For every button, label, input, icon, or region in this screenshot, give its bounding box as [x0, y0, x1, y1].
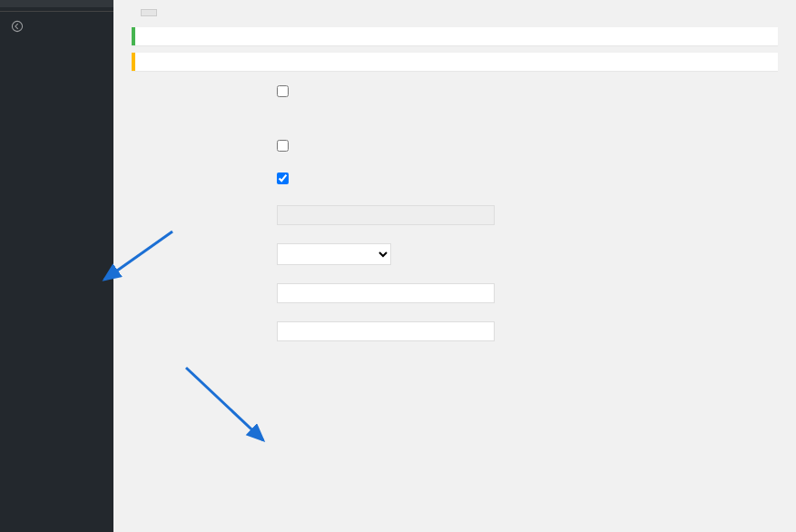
- visual-editor-label: [132, 85, 277, 89]
- notice-paypal: [132, 53, 778, 71]
- last-name-input[interactable]: [277, 321, 495, 341]
- role-label: [132, 243, 277, 247]
- toolbar-label: [132, 172, 277, 176]
- username-label: [132, 205, 277, 209]
- collapse-icon: [9, 18, 25, 34]
- keyboard-shortcuts-label: [132, 140, 277, 143]
- show-toolbar-checkbox[interactable]: [277, 172, 289, 184]
- role-select[interactable]: [277, 243, 391, 265]
- main-content: [113, 0, 796, 532]
- color-scheme-label: [132, 118, 277, 122]
- svg-point-0: [12, 21, 22, 31]
- admin-sidebar: [0, 0, 113, 532]
- first-name-label: [132, 283, 277, 287]
- disable-visual-editor-option[interactable]: [277, 87, 294, 100]
- enable-kb-option[interactable]: [277, 142, 294, 154]
- show-toolbar-option[interactable]: [277, 174, 294, 187]
- first-name-input[interactable]: [277, 283, 495, 303]
- notice-updater: [132, 27, 778, 45]
- enable-kb-checkbox[interactable]: [277, 140, 289, 152]
- username-input: [277, 205, 495, 225]
- last-name-label: [132, 321, 277, 325]
- disable-visual-editor-checkbox[interactable]: [277, 85, 289, 97]
- add-new-button[interactable]: [141, 9, 157, 16]
- collapse-menu[interactable]: [0, 11, 113, 41]
